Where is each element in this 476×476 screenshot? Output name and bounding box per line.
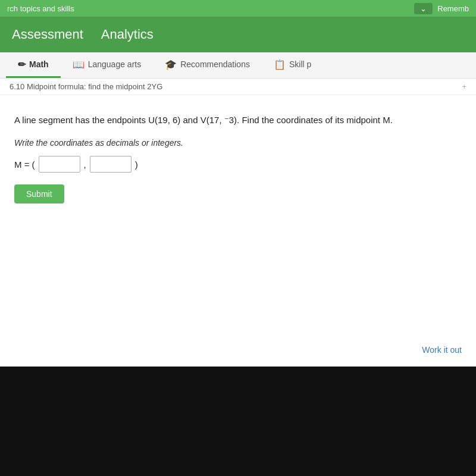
subject-tabs: ✏ Math 📖 Language arts 🎓 Recommendations… bbox=[0, 52, 476, 79]
submit-button[interactable]: Submit bbox=[14, 184, 64, 203]
breadcrumb-bar: 6.10 Midpoint formula: find the midpoint… bbox=[0, 79, 476, 95]
subject-tab-math[interactable]: ✏ Math bbox=[6, 52, 61, 78]
language-arts-icon: 📖 bbox=[73, 59, 84, 70]
work-it-out-section: Work it out bbox=[0, 333, 476, 367]
main-content: A line segment has the endpoints U(19, 6… bbox=[0, 95, 476, 333]
top-bar: rch topics and skills ⌄ Rememb bbox=[0, 0, 476, 17]
remember-text: Rememb bbox=[437, 4, 469, 13]
dropdown-button[interactable]: ⌄ bbox=[414, 3, 433, 14]
question-text: A line segment has the endpoints U(19, 6… bbox=[14, 113, 462, 127]
comma-separator: , bbox=[84, 159, 86, 170]
answer-label: M = ( bbox=[14, 159, 35, 170]
subject-tab-recommendations[interactable]: 🎓 Recommendations bbox=[153, 52, 262, 78]
chevron-down-icon: ⌄ bbox=[420, 4, 427, 13]
math-icon: ✏ bbox=[18, 59, 26, 70]
answer-close: ) bbox=[135, 159, 138, 170]
nav-tab-assessment[interactable]: Assessment bbox=[12, 24, 83, 45]
subject-tab-language-arts-label: Language arts bbox=[88, 60, 142, 69]
subject-tab-skill-label: Skill p bbox=[289, 60, 311, 69]
recommendations-icon: 🎓 bbox=[165, 59, 177, 70]
y-coordinate-input[interactable] bbox=[90, 156, 131, 173]
monitor-bezel-bottom bbox=[0, 367, 476, 476]
top-bar-search-text: rch topics and skills bbox=[7, 4, 74, 13]
nav-header: Assessment Analytics bbox=[0, 17, 476, 52]
subject-tab-language-arts[interactable]: 📖 Language arts bbox=[61, 52, 154, 78]
nav-tab-analytics[interactable]: Analytics bbox=[101, 24, 154, 45]
skill-icon: 📋 bbox=[274, 59, 286, 70]
breadcrumb-text: 6.10 Midpoint formula: find the midpoint… bbox=[10, 82, 162, 91]
breadcrumb-action-icon: + bbox=[462, 82, 466, 91]
top-bar-right: ⌄ Rememb bbox=[414, 3, 469, 14]
answer-row: M = ( , ) bbox=[14, 156, 462, 173]
subject-tab-math-label: Math bbox=[29, 60, 49, 69]
x-coordinate-input[interactable] bbox=[39, 156, 80, 173]
subject-tab-skill[interactable]: 📋 Skill p bbox=[262, 52, 323, 78]
subject-tab-recommendations-label: Recommendations bbox=[180, 60, 250, 69]
work-it-out-link[interactable]: Work it out bbox=[422, 345, 462, 355]
instruction-text: Write the coordinates as decimals or int… bbox=[14, 138, 462, 148]
